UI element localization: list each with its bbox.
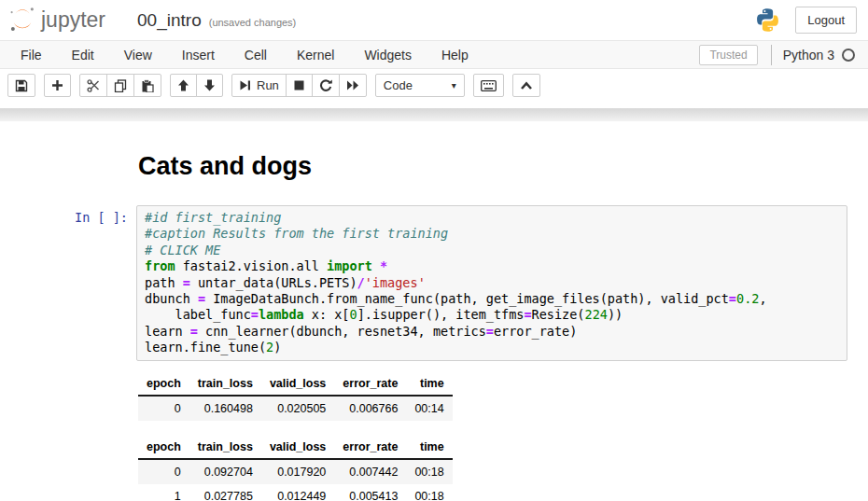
code-line: path = untar_data(URLs.PETS)/'images' <box>145 275 839 291</box>
output-area: epochtrain_lossvalid_losserror_ratetime0… <box>138 361 868 501</box>
table-cell: 00:18 <box>406 459 452 484</box>
code-cell[interactable]: In [ ]: #id first_training#caption Resul… <box>0 205 847 361</box>
column-header: train_loss <box>189 372 261 396</box>
table-cell: 00:14 <box>406 396 452 421</box>
column-header: error_rate <box>334 436 406 459</box>
kernel-name: Python 3 <box>783 48 834 63</box>
toolbar: Run Code ▾ <box>0 69 868 102</box>
move-cell-down-button[interactable] <box>196 74 223 97</box>
table-cell: 0.160498 <box>189 396 261 421</box>
menubar: FileEditViewInsertCellKernelWidgetsHelp … <box>0 41 868 69</box>
code-line: # CLICK ME <box>145 243 839 258</box>
column-header: time <box>406 436 452 459</box>
code-line: learn.fine_tune(2) <box>145 340 839 355</box>
cell-type-dropdown[interactable]: Code ▾ <box>375 74 465 97</box>
toolbar-more-button[interactable] <box>512 74 540 97</box>
checkpoint-status: (unsaved changes) <box>209 17 297 28</box>
notebook-title[interactable]: 00_intro <box>137 10 202 31</box>
menu-item-widgets[interactable]: Widgets <box>349 42 427 68</box>
stop-icon <box>293 79 305 91</box>
markdown-cell[interactable]: Cats and dogs <box>138 152 868 181</box>
jupyter-logo[interactable]: jupyter <box>7 4 105 37</box>
menu-item-view[interactable]: View <box>109 42 167 68</box>
column-header: valid_loss <box>261 372 334 396</box>
table-cell: 0.005413 <box>334 484 406 501</box>
table-cell: 0.017920 <box>261 459 334 484</box>
column-header: valid_loss <box>261 436 334 459</box>
interrupt-kernel-button[interactable] <box>286 74 313 97</box>
table-cell: 0 <box>138 396 189 421</box>
menu-item-edit[interactable]: Edit <box>57 42 109 68</box>
table-cell: 0.007442 <box>334 459 406 484</box>
logout-button[interactable]: Logout <box>795 7 857 34</box>
column-header: error_rate <box>334 372 406 396</box>
table-cell: 0 <box>138 459 189 484</box>
table-cell: 0.006766 <box>334 396 406 421</box>
code-line: label_func=lambda x: x[0].isupper(), ite… <box>145 307 839 323</box>
step-forward-icon <box>239 79 251 91</box>
python-logo-icon <box>755 7 780 33</box>
restart-icon <box>319 79 332 92</box>
code-line: learn = cnn_learner(dbunch, resnet34, me… <box>145 324 839 340</box>
run-button-label: Run <box>257 78 279 92</box>
column-header: train_loss <box>189 436 261 459</box>
input-prompt: In [ ]: <box>0 205 136 225</box>
keyboard-icon <box>481 80 497 91</box>
copy-icon <box>114 79 127 92</box>
table-cell: 00:18 <box>406 484 452 501</box>
copy-cell-button[interactable] <box>106 74 134 97</box>
move-cell-up-button[interactable] <box>170 74 197 97</box>
run-cell-button[interactable]: Run <box>231 74 287 97</box>
table-row: 00.1604980.0205050.00676600:14 <box>138 396 453 421</box>
header-bar: jupyter 00_intro (unsaved changes) Logou… <box>0 0 868 41</box>
menu-item-file[interactable]: File <box>6 42 57 68</box>
header-shadow-divider <box>0 108 868 121</box>
save-icon <box>15 79 28 92</box>
toolbar-gap <box>0 102 868 108</box>
notebook-area: Cats and dogs In [ ]: #id first_training… <box>0 121 868 501</box>
code-input-area[interactable]: #id first_training#caption Results from … <box>136 205 847 361</box>
arrow-up-icon <box>177 79 189 91</box>
code-line: #caption Results from the first training <box>145 226 839 242</box>
code-line: from fastai2.vision.all import * <box>145 258 839 274</box>
column-header: epoch <box>138 436 189 459</box>
code-line: #id first_training <box>145 210 839 226</box>
table-cell: 0.012449 <box>261 484 334 501</box>
jupyter-wordmark: jupyter <box>41 7 105 33</box>
paste-icon <box>141 79 154 92</box>
chevron-down-icon: ▾ <box>452 80 456 90</box>
menu-item-help[interactable]: Help <box>427 42 483 68</box>
table-cell: 0.027785 <box>189 484 261 501</box>
save-button[interactable] <box>7 74 35 97</box>
add-cell-button[interactable] <box>44 74 71 97</box>
column-header: epoch <box>138 372 189 396</box>
table-row: 10.0277850.0124490.00541300:18 <box>138 484 453 501</box>
table-cell: 0.092704 <box>189 459 261 484</box>
table-cell: 1 <box>138 484 189 501</box>
arrow-down-icon <box>203 79 216 91</box>
table-row: 00.0927040.0179200.00744200:18 <box>138 459 453 484</box>
cell-type-selected: Code <box>384 78 413 92</box>
training-results-table-2: epochtrain_lossvalid_losserror_ratetime0… <box>138 436 453 501</box>
jupyter-logo-icon <box>7 4 37 37</box>
menu-item-cell[interactable]: Cell <box>230 42 282 68</box>
paste-cell-button[interactable] <box>133 74 161 97</box>
menu-item-insert[interactable]: Insert <box>167 42 230 68</box>
cut-cell-button[interactable] <box>79 74 107 97</box>
column-header: time <box>406 372 452 396</box>
menubar-separator <box>771 45 772 65</box>
fast-forward-icon <box>346 79 359 91</box>
training-results-table-1: epochtrain_lossvalid_losserror_ratetime0… <box>138 372 453 421</box>
trusted-button[interactable]: Trusted <box>699 45 757 65</box>
scissors-icon <box>87 79 100 92</box>
command-palette-button[interactable] <box>473 74 504 97</box>
table-cell: 0.020505 <box>261 396 334 421</box>
menu-item-kernel[interactable]: Kernel <box>282 42 349 68</box>
code-line: dbunch = ImageDataBunch.from_name_func(p… <box>145 291 839 307</box>
markdown-heading: Cats and dogs <box>138 152 868 181</box>
plus-icon <box>51 79 63 91</box>
kernel-idle-indicator-icon <box>842 49 855 62</box>
restart-run-all-button[interactable] <box>339 74 367 97</box>
chevron-up-icon <box>520 80 533 91</box>
restart-kernel-button[interactable] <box>312 74 340 97</box>
